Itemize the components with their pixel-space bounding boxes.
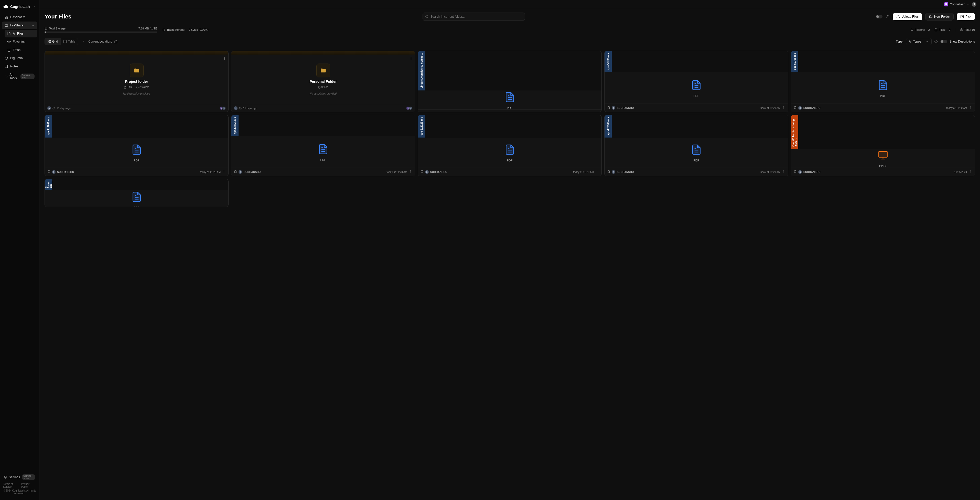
bookmark-icon[interactable] <box>47 170 51 174</box>
total-storage-label: Total Storage <box>49 27 65 30</box>
file-card[interactable]: spe-59706-ms PDF S SUDHANSHU today at 11… <box>791 51 975 112</box>
file-type-badge: PDF <box>134 159 140 162</box>
view-table-button[interactable]: Table <box>60 38 78 45</box>
more-button[interactable] <box>409 170 412 174</box>
more-button[interactable] <box>223 57 226 61</box>
sidebar-item-dashboard[interactable]: Dashboard <box>2 13 37 21</box>
privacy-link[interactable]: Privacy Policy <box>21 482 36 488</box>
trash-icon <box>7 48 11 52</box>
file-card[interactable]: spe-214987-ms PDF S SUDHANSHU today at 1… <box>45 115 229 176</box>
file-card[interactable]: Linguisticanalysisofsomee… PDF S SUDHANS… <box>418 51 602 112</box>
more-button[interactable] <box>782 170 786 174</box>
file-card[interactable]: spe-59703-ms PDF S SUDHANSHU today at 11… <box>604 51 788 112</box>
file-card[interactable]: OmniPulse Redefining Asse… PPTX S SUDHAN… <box>791 115 975 176</box>
sidebar-item-big-brain[interactable]: Big Brain <box>2 54 37 62</box>
sidebar-collapse-button[interactable] <box>33 4 36 9</box>
back-button[interactable] <box>81 39 86 45</box>
search-input[interactable] <box>423 13 525 21</box>
card-footer: S SUDHANSHU today at 11:20 AM <box>45 168 228 176</box>
new-folder-button[interactable]: New Folder <box>925 13 954 21</box>
bookmark-icon[interactable] <box>794 106 797 110</box>
folder-time: 11 days ago <box>57 107 71 110</box>
file-type-badge: PDF <box>507 106 513 109</box>
sidebar: Cognistash Dashboard FileShare All Files… <box>0 0 40 500</box>
user-avatar[interactable]: S <box>972 2 977 6</box>
sidebar-item-settings[interactable]: Settings Coming Soon <box>3 472 36 482</box>
file-preview: PDF <box>45 190 228 207</box>
svg-point-41 <box>783 109 784 109</box>
sidebar-section-fileshare[interactable]: FileShare <box>2 22 37 29</box>
folder-icon <box>130 64 143 77</box>
type-filter-select[interactable]: All Types <box>906 38 932 45</box>
file-card[interactable]: spe-68850-ms PDF S SUDHANSHU today at 11… <box>231 115 415 176</box>
more-button[interactable] <box>969 170 972 174</box>
star-icon <box>7 40 11 43</box>
file-preview: PDF <box>45 137 228 168</box>
svg-point-27 <box>411 58 411 59</box>
folder-card[interactable]: Personal Folder 0 files No description p… <box>231 51 415 112</box>
tos-link[interactable]: Terms of Service <box>3 482 21 488</box>
upload-files-button[interactable]: Upload Files <box>893 13 922 20</box>
search-mode-toggle[interactable] <box>876 15 883 18</box>
svg-point-24 <box>224 59 225 60</box>
file-card[interactable]: n-form-202… PDF <box>45 179 229 207</box>
grid-icon <box>47 40 51 43</box>
folder-icon <box>5 24 8 27</box>
svg-rect-19 <box>64 40 66 43</box>
more-button[interactable] <box>409 57 413 61</box>
file-spine: spe-178960-ms <box>605 115 612 137</box>
file-spine: n-form-202… <box>45 179 52 190</box>
bookmark-icon[interactable] <box>234 170 237 174</box>
bookmark-icon[interactable] <box>607 106 610 110</box>
file-preview: PDF <box>605 137 788 168</box>
database-icon <box>45 27 48 30</box>
sidebar-item-label: Dashboard <box>10 15 25 19</box>
bookmark-icon[interactable] <box>420 112 423 112</box>
more-button[interactable] <box>969 106 972 110</box>
folder-card[interactable]: Project folder 1 file 2 folders No descr… <box>45 51 229 112</box>
total-count: Total: 10 <box>960 28 975 31</box>
file-spine: Linguisticanalysisofsomee… <box>418 51 425 91</box>
file-preview: PDF <box>231 136 415 168</box>
sidebar-item-label: Notes <box>10 65 18 68</box>
view-grid-button[interactable]: Grid <box>45 38 60 45</box>
sidebar-item-all-files[interactable]: All Files <box>5 30 37 37</box>
owner-name: SUDHANSHU <box>243 171 261 174</box>
pick-button[interactable]: Pick <box>957 13 975 20</box>
folder-time: 11 days ago <box>243 107 257 110</box>
sidebar-item-favorites[interactable]: Favorites <box>5 38 37 46</box>
chevron-down-icon <box>926 40 929 43</box>
owner-avatar: S <box>52 170 56 174</box>
more-button[interactable] <box>595 170 599 174</box>
svg-point-23 <box>224 58 225 59</box>
workspace-switcher[interactable]: R Cognistash <box>944 2 969 6</box>
sidebar-item-notes[interactable]: Notes <box>2 62 37 70</box>
folder-plus-icon <box>929 15 933 18</box>
bookmark-icon[interactable] <box>794 170 797 174</box>
owner-avatar: S <box>612 170 615 174</box>
table-icon <box>63 40 67 43</box>
file-card[interactable]: spe-178960-ms PDF S SUDHANSHU today at 1… <box>604 115 788 176</box>
more-button[interactable] <box>222 170 226 174</box>
location-label: Current Location: <box>88 40 112 43</box>
file-card[interactable]: spe-211229-ms PDF S SUDHANSHU today at 1… <box>418 115 602 176</box>
show-descriptions-toggle[interactable] <box>940 40 947 43</box>
bookmark-icon[interactable] <box>607 170 610 174</box>
wand-icon[interactable] <box>886 14 890 19</box>
bookmark-icon[interactable] <box>420 170 423 174</box>
owner-name: SUDHANSHU <box>617 107 634 109</box>
file-spine: spe-214987-ms <box>45 115 52 137</box>
sparkle-icon <box>5 75 8 78</box>
card-footer: S SUDHANSHU today at 11:20 AM <box>605 104 788 112</box>
home-icon[interactable] <box>114 40 118 43</box>
file-icon <box>7 32 11 35</box>
sidebar-item-ai-tools[interactable]: AI Tools Coming Soon <box>2 71 37 82</box>
more-button[interactable] <box>782 106 786 110</box>
owner-avatar: S <box>612 106 615 110</box>
more-button[interactable] <box>595 112 599 112</box>
file-spine: OmniPulse Redefining Asse… <box>791 115 798 149</box>
svg-point-22 <box>224 57 225 58</box>
sidebar-item-trash[interactable]: Trash <box>5 46 37 54</box>
folder-meta: 1 file 2 folders <box>124 86 149 88</box>
folder-description: No description provided <box>123 92 150 95</box>
